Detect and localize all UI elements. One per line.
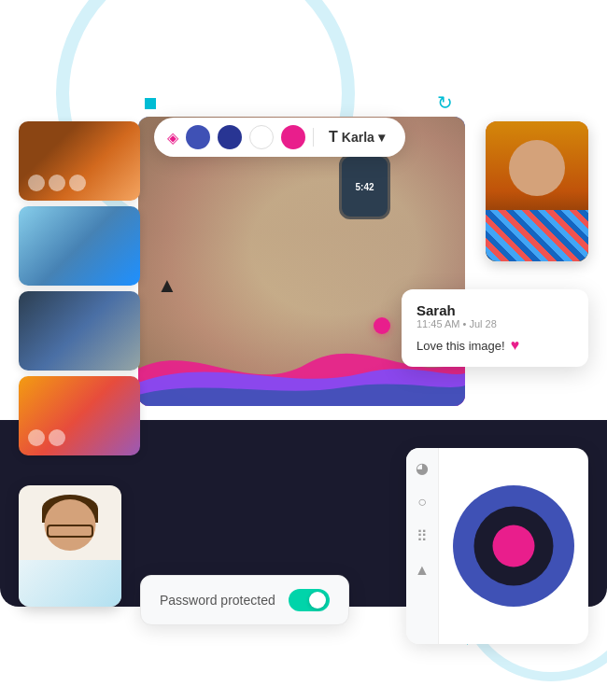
font-selector[interactable]: T Karla ▾ — [321, 125, 392, 149]
font-T-label: T — [329, 129, 338, 146]
chart-icon-column: ◕ ○ ⠿ ▲ — [406, 448, 439, 644]
portrait-person-bg — [486, 121, 588, 261]
portrait-bottom-left — [19, 485, 121, 607]
color-swatch-white[interactable] — [249, 125, 274, 149]
comment-bubble: Sarah 11:45 AM • Jul 28 Love this image!… — [402, 289, 588, 367]
toolbar: ◈ T Karla ▾ — [154, 118, 405, 157]
portrait-face — [509, 140, 565, 196]
toolbar-divider — [313, 128, 314, 147]
chevron-down-icon: ▾ — [378, 130, 385, 145]
password-card: Password protected — [140, 575, 349, 625]
paint-bucket-icon[interactable]: ◈ — [167, 129, 178, 147]
commenter-name: Sarah — [416, 302, 573, 318]
strip-item-1[interactable] — [19, 121, 140, 201]
person-group-4 — [28, 429, 65, 446]
cursor-arrow-icon: ▲ — [157, 275, 177, 296]
person-dot — [28, 175, 45, 191]
comment-message: Love this image! — [416, 339, 505, 353]
comment-time: 11:45 AM • Jul 28 — [416, 318, 573, 329]
concentric-chart — [453, 485, 574, 607]
chart-icon-circle[interactable]: ○ — [417, 494, 427, 511]
chart-panel: ◕ ○ ⠿ ▲ — [406, 448, 588, 644]
chart-icon-grid[interactable]: ⠿ — [416, 527, 428, 545]
password-toggle[interactable] — [289, 589, 330, 611]
watch-overlay: 5:42 — [339, 154, 390, 219]
heart-icon: ♥ — [511, 337, 520, 354]
deco-teal-icon: ↻ — [437, 91, 453, 114]
chart-icon-pie[interactable]: ◕ — [416, 459, 429, 477]
color-swatch-blue[interactable] — [186, 125, 210, 149]
font-name: Karla — [342, 130, 374, 145]
person-dot — [49, 175, 65, 191]
strip-item-2[interactable] — [19, 206, 140, 286]
image-strip — [19, 121, 140, 455]
color-swatch-dark-blue[interactable] — [218, 125, 242, 149]
comment-text: Love this image! ♥ — [416, 337, 573, 354]
circle-inner — [493, 525, 535, 567]
chart-area — [439, 448, 588, 644]
person-group-1 — [28, 175, 86, 191]
portrait-man-glasses — [47, 525, 93, 538]
toggle-knob — [309, 592, 326, 609]
color-swatch-pink[interactable] — [281, 125, 305, 149]
person-dot — [28, 429, 45, 446]
portrait-top-right — [486, 121, 588, 261]
chart-icon-triangle[interactable]: ▲ — [415, 562, 430, 579]
person-dot — [69, 175, 86, 191]
person-dot — [49, 429, 65, 446]
portrait-man-shirt — [19, 560, 121, 607]
password-label: Password protected — [160, 593, 275, 608]
red-dot-indicator — [374, 317, 390, 334]
deco-teal-square — [145, 98, 156, 109]
strip-item-3[interactable] — [19, 291, 140, 371]
strip-item-4[interactable] — [19, 376, 140, 455]
watch-time: 5:42 — [355, 182, 374, 192]
portrait-shirt — [486, 210, 588, 261]
